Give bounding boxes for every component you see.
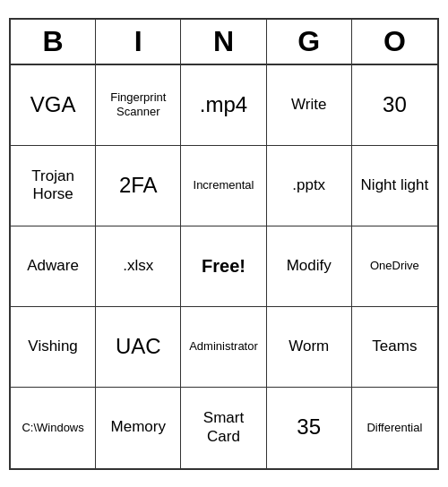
bingo-grid: VGAFingerprint Scanner.mp4Write30Trojan … xyxy=(11,65,437,468)
header-letter: B xyxy=(11,20,96,64)
bingo-cell: C:\Windows xyxy=(11,388,96,468)
bingo-cell: Differential xyxy=(352,388,437,468)
bingo-cell: Administrator xyxy=(181,307,266,388)
bingo-cell: Smart Card xyxy=(181,388,266,468)
bingo-cell: UAC xyxy=(96,307,181,388)
bingo-cell: Trojan Horse xyxy=(11,146,96,226)
bingo-cell: .mp4 xyxy=(181,65,266,146)
bingo-cell: OneDrive xyxy=(352,226,437,307)
bingo-cell: Memory xyxy=(96,388,181,468)
bingo-cell: Fingerprint Scanner xyxy=(96,65,181,146)
header-letter: G xyxy=(267,20,352,64)
bingo-cell: VGA xyxy=(11,65,96,146)
bingo-cell: Incremental xyxy=(181,146,266,226)
bingo-cell: 30 xyxy=(352,65,437,146)
bingo-cell: Write xyxy=(267,65,352,146)
bingo-cell: Modify xyxy=(267,226,352,307)
bingo-cell: Teams xyxy=(352,307,437,388)
bingo-cell: Night light xyxy=(352,146,437,226)
header-letter: I xyxy=(96,20,181,64)
bingo-cell: Vishing xyxy=(11,307,96,388)
bingo-cell: Worm xyxy=(267,307,352,388)
bingo-cell: .xlsx xyxy=(96,226,181,307)
header-letter: O xyxy=(352,20,437,64)
bingo-cell: Free! xyxy=(181,226,266,307)
bingo-cell: 35 xyxy=(267,388,352,468)
bingo-cell: 2FA xyxy=(96,146,181,226)
bingo-header: BINGO xyxy=(11,20,437,65)
bingo-card: BINGO VGAFingerprint Scanner.mp4Write30T… xyxy=(9,18,439,470)
bingo-cell: Adware xyxy=(11,226,96,307)
bingo-cell: .pptx xyxy=(267,146,352,226)
header-letter: N xyxy=(181,20,266,64)
